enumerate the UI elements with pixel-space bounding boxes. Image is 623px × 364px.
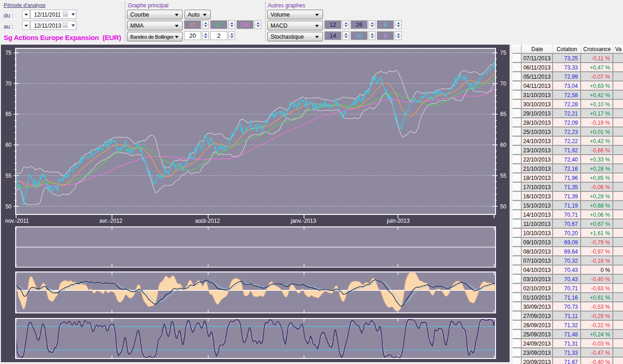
svg-text:avr.-2012: avr.-2012 [99,218,122,224]
svg-text:75: 75 [500,50,507,56]
svg-text:65: 65 [500,111,507,117]
svg-text:60: 60 [6,142,12,148]
svg-text:60: 60 [500,142,507,148]
svg-text:55: 55 [6,173,12,179]
svg-text:août-2012: août-2012 [195,218,220,224]
svg-text:50: 50 [500,203,507,210]
svg-text:55: 55 [500,173,507,179]
svg-text:50: 50 [6,203,12,210]
svg-text:janv.-2013: janv.-2013 [290,218,316,224]
svg-text:70: 70 [500,81,507,87]
svg-text:65: 65 [6,111,12,117]
svg-text:nov.-2011: nov.-2011 [5,218,29,224]
svg-text:70: 70 [6,81,12,87]
svg-text:75: 75 [6,50,12,56]
svg-text:juin-2013: juin-2013 [386,218,410,224]
